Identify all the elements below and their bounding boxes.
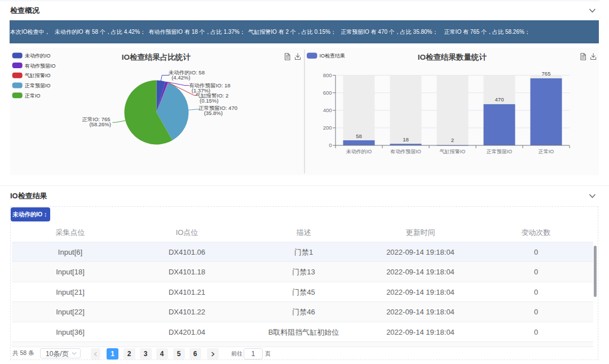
svg-text:有动作预留IO: 有动作预留IO [390, 149, 421, 154]
svg-text:正常预留IO: 正常预留IO [24, 83, 51, 88]
svg-text:18: 18 [403, 136, 409, 143]
svg-text:0: 0 [329, 142, 332, 148]
svg-text:IO检查结果: IO检查结果 [320, 53, 346, 59]
svg-text:未动作的IO: 未动作的IO [346, 149, 372, 154]
svg-text:正常IO: 正常IO [24, 93, 41, 99]
svg-text:600: 600 [323, 90, 332, 96]
svg-text:(35.8%): (35.8%) [204, 110, 223, 116]
svg-text:气缸报警IO: 气缸报警IO [439, 149, 466, 154]
svg-text:470: 470 [495, 96, 504, 103]
svg-text:(4.42%): (4.42%) [171, 74, 190, 81]
svg-text:200: 200 [323, 125, 332, 131]
svg-text:正常预留IO: 正常预留IO [486, 149, 513, 154]
svg-text:765: 765 [542, 70, 551, 77]
svg-text:(0.15%): (0.15%) [200, 97, 218, 104]
svg-text:800: 800 [323, 72, 332, 78]
svg-text:58: 58 [356, 133, 362, 139]
svg-text:气缸报警IO: 气缸报警IO [24, 73, 51, 78]
svg-text:正常IO: 正常IO [538, 149, 554, 154]
svg-text:2: 2 [451, 137, 454, 143]
svg-text:(58.26%): (58.26%) [89, 121, 111, 127]
svg-text:未动作的IO: 未动作的IO [25, 53, 51, 59]
svg-text:有动作预留IO: 有动作预留IO [24, 63, 56, 69]
svg-text:400: 400 [323, 107, 332, 113]
